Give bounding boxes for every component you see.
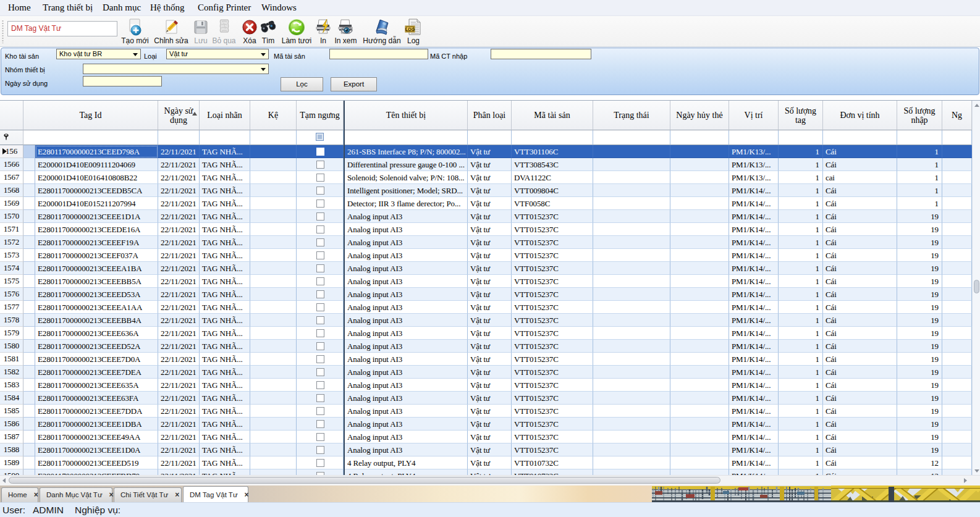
- svg-text:LOG: LOG: [405, 27, 415, 32]
